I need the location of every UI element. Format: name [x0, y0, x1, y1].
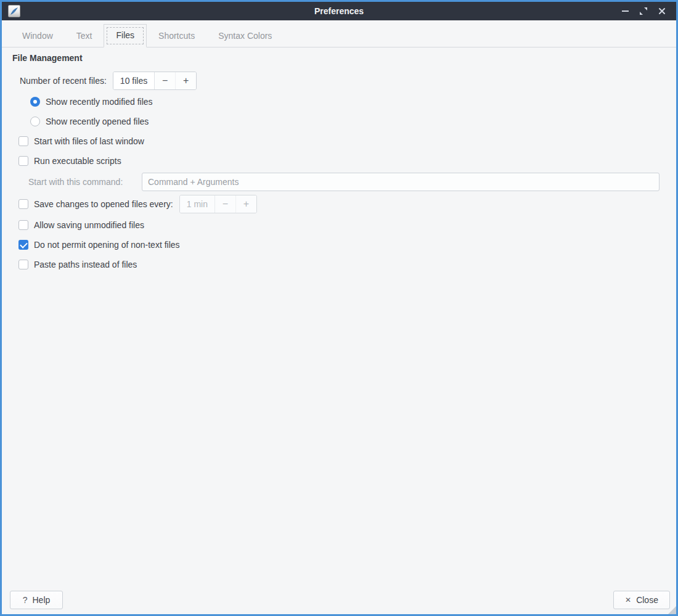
autosave-value: 1 min	[180, 195, 215, 213]
autosave-spinbutton: 1 min − +	[179, 195, 257, 213]
feather-icon	[10, 7, 18, 15]
checkbox-no-non-text-files[interactable]: Do not permit opening of non-text files	[18, 235, 180, 255]
titlebar: Preferences	[2, 2, 676, 20]
tab-syntax-colors[interactable]: Syntax Colors	[206, 25, 284, 47]
restore-icon	[639, 7, 648, 15]
checkbox-icon	[18, 220, 28, 230]
checkbox-icon	[18, 260, 28, 269]
recent-files-spinbutton: 10 files − +	[113, 72, 197, 90]
checkbox-label: Paste paths instead of files	[34, 260, 137, 269]
radio-label: Show recently modified files	[46, 97, 153, 107]
recent-files-value[interactable]: 10 files	[113, 72, 155, 89]
help-icon: ?	[23, 595, 28, 605]
restore-button[interactable]	[634, 2, 653, 20]
checkbox-autosave[interactable]: Save changes to opened files every: 1 mi…	[18, 194, 257, 214]
close-icon	[658, 7, 666, 15]
tab-label: Syntax Colors	[218, 31, 272, 41]
resize-grip[interactable]	[668, 606, 676, 614]
help-button-label: Help	[33, 595, 51, 605]
checkbox-start-with-last-window[interactable]: Start with files of last window	[18, 131, 144, 151]
command-row: Start with this command:	[28, 172, 123, 192]
checkbox-run-executable-scripts[interactable]: Run executable scripts	[18, 151, 121, 171]
tab-files[interactable]: Files	[104, 24, 147, 47]
tab-label: Shortcuts	[158, 31, 195, 41]
tab-text[interactable]: Text	[65, 25, 104, 47]
minimize-button[interactable]	[616, 2, 634, 20]
recent-files-increment-button[interactable]: +	[175, 72, 196, 89]
checkbox-label: Save changes to opened files every:	[34, 199, 173, 209]
close-button-label: Close	[636, 595, 658, 605]
preferences-window: Preferences Window Text Files	[0, 0, 678, 616]
close-button[interactable]: ✕ Close	[613, 591, 670, 609]
minimize-icon	[622, 10, 629, 12]
close-window-button[interactable]	[653, 2, 671, 20]
command-input	[142, 173, 660, 191]
window-title: Preferences	[2, 6, 676, 16]
recent-files-label: Number of recent files:	[20, 76, 107, 86]
checkbox-allow-saving-unmodified[interactable]: Allow saving unmodified files	[18, 215, 144, 235]
recent-files-row: Number of recent files: 10 files − +	[20, 71, 197, 91]
command-label: Start with this command:	[28, 177, 123, 187]
checkbox-icon	[18, 156, 28, 166]
autosave-decrement-button: −	[215, 195, 235, 213]
tab-window[interactable]: Window	[10, 25, 65, 47]
checkbox-label: Do not permit opening of non-text files	[34, 240, 180, 250]
checkbox-label: Start with files of last window	[34, 136, 144, 146]
radio-dot	[33, 100, 37, 104]
radio-label: Show recently opened files	[46, 117, 149, 126]
radio-icon	[30, 117, 40, 126]
tab-label: Window	[22, 31, 53, 41]
section-title: File Management	[12, 53, 83, 63]
tab-shortcuts[interactable]: Shortcuts	[147, 25, 206, 47]
checkbox-icon	[18, 136, 28, 146]
tab-label: Text	[76, 31, 92, 41]
radio-icon	[30, 97, 40, 107]
app-icon	[8, 5, 20, 17]
checkbox-label: Run executable scripts	[34, 156, 121, 166]
checkbox-paste-paths[interactable]: Paste paths instead of files	[18, 255, 137, 274]
window-controls	[616, 2, 671, 20]
recent-files-decrement-button[interactable]: −	[155, 72, 175, 89]
radio-recently-modified[interactable]: Show recently modified files	[30, 92, 153, 112]
close-button-icon: ✕	[625, 596, 631, 604]
checkbox-icon	[18, 199, 28, 209]
checkbox-label: Allow saving unmodified files	[34, 220, 144, 230]
autosave-increment-button: +	[235, 195, 256, 213]
check-icon	[20, 240, 28, 248]
tab-label: Files	[116, 30, 134, 40]
tab-bar: Window Text Files Shortcuts Syntax Color…	[2, 20, 676, 47]
checkbox-icon	[18, 240, 28, 250]
radio-recently-opened[interactable]: Show recently opened files	[30, 112, 149, 131]
help-button[interactable]: ? Help	[10, 591, 63, 609]
